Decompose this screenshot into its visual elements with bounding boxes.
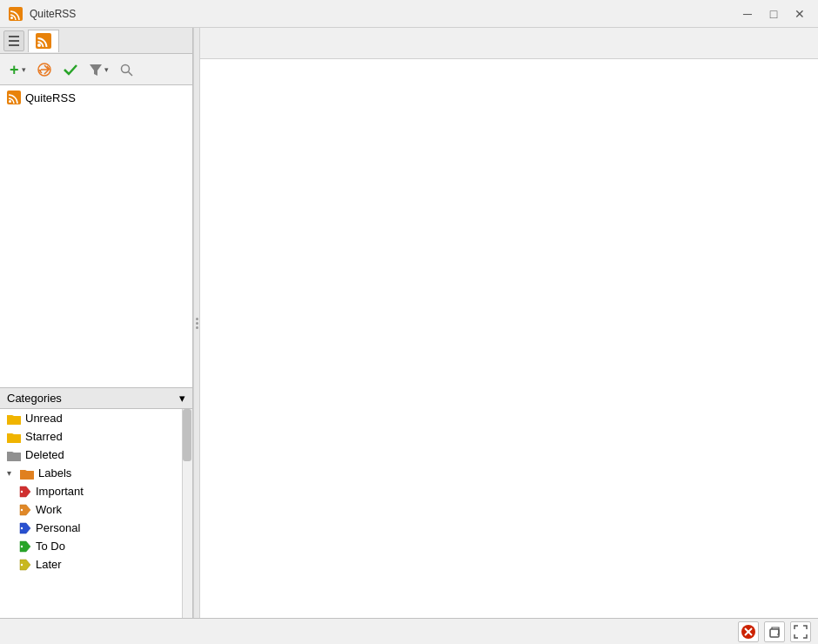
svg-point-17 — [21, 508, 23, 510]
update-icon — [37, 62, 52, 77]
fullscreen-icon — [794, 625, 808, 639]
folder-unread-icon — [7, 413, 21, 425]
resize-dots — [196, 318, 198, 329]
filter-button[interactable]: ▾ — [84, 58, 113, 81]
svg-rect-24 — [770, 629, 779, 637]
minimize-button[interactable]: ─ — [736, 3, 759, 25]
category-deleted[interactable]: Deleted — [0, 446, 192, 464]
categories-list: Unread Starred Deleted ▾ — [0, 409, 192, 618]
svg-rect-15 — [20, 471, 34, 480]
category-unread-label: Unread — [25, 412, 63, 425]
categories-collapse-icon: ▾ — [179, 392, 185, 405]
svg-point-11 — [9, 100, 11, 103]
restore-button[interactable] — [764, 621, 785, 642]
category-deleted-label: Deleted — [25, 448, 64, 461]
svg-point-8 — [121, 64, 129, 72]
add-dropdown-icon: ▾ — [22, 65, 26, 74]
content-main — [200, 59, 818, 618]
svg-point-18 — [21, 527, 23, 528]
update-feeds-button[interactable] — [32, 58, 57, 81]
close-button[interactable]: ✕ — [788, 3, 811, 25]
stop-icon — [741, 624, 756, 640]
folder-labels-icon — [20, 467, 34, 480]
scrollbar-track[interactable] — [182, 409, 192, 618]
svg-rect-12 — [7, 416, 21, 425]
category-todo-label: To Do — [36, 540, 65, 553]
maximize-button[interactable]: □ — [762, 3, 785, 25]
svg-point-19 — [21, 545, 23, 547]
category-starred[interactable]: Starred — [0, 427, 192, 446]
rss-tab-icon — [36, 33, 51, 49]
folder-starred-icon — [7, 431, 21, 443]
hamburger-button[interactable] — [3, 30, 24, 51]
checkmark-icon — [63, 62, 78, 77]
categories-label: Categories — [7, 392, 62, 405]
tab-bar — [0, 28, 192, 54]
left-panel: + ▾ — [0, 28, 193, 618]
restore-icon — [768, 625, 781, 639]
svg-marker-7 — [90, 64, 102, 76]
title-bar: QuiteRSS ─ □ ✕ — [0, 0, 818, 28]
fullscreen-button[interactable] — [790, 621, 811, 642]
search-button[interactable] — [115, 58, 137, 81]
svg-point-3 — [37, 44, 41, 47]
svg-point-20 — [21, 563, 23, 565]
tag-work-icon — [19, 504, 31, 516]
feed-item-quiterss[interactable]: QuiteRSS — [0, 89, 192, 106]
window-controls: ─ □ ✕ — [736, 3, 811, 25]
feeds-tab[interactable] — [28, 30, 59, 52]
feed-tree: QuiteRSS — [0, 85, 192, 387]
category-unread[interactable]: Unread — [0, 409, 192, 427]
svg-rect-13 — [7, 434, 21, 443]
add-icon: + — [10, 62, 19, 77]
resize-handle[interactable] — [193, 28, 200, 618]
folder-deleted-icon — [7, 449, 21, 461]
stop-button[interactable] — [738, 621, 759, 642]
scrollbar-thumb[interactable] — [183, 409, 191, 461]
svg-point-1 — [10, 17, 13, 19]
app-title: QuiteRSS — [30, 8, 76, 20]
app-icon — [9, 7, 23, 21]
category-starred-label: Starred — [25, 430, 63, 443]
tag-important-icon — [19, 486, 31, 498]
category-todo[interactable]: To Do — [0, 537, 192, 555]
category-important-label: Important — [36, 485, 84, 498]
feed-item-label: QuiteRSS — [25, 91, 76, 104]
content-toolbar — [200, 28, 818, 59]
filter-icon — [89, 63, 103, 77]
tag-later-icon — [19, 559, 31, 571]
category-personal-label: Personal — [36, 521, 80, 534]
labels-toggle-icon: ▾ — [7, 468, 16, 478]
feed-rss-icon — [7, 91, 21, 104]
category-personal[interactable]: Personal — [0, 519, 192, 537]
main-area: + ▾ — [0, 28, 818, 618]
category-later[interactable]: Later — [0, 555, 192, 574]
tag-personal-icon — [19, 522, 31, 534]
category-labels[interactable]: ▾ Labels — [0, 464, 192, 482]
categories-header[interactable]: Categories ▾ — [0, 387, 192, 409]
svg-rect-14 — [7, 453, 21, 461]
svg-line-9 — [128, 71, 132, 76]
category-work-label: Work — [36, 503, 62, 516]
category-labels-label: Labels — [38, 466, 71, 480]
status-bar — [0, 618, 818, 644]
title-bar-left: QuiteRSS — [9, 7, 76, 21]
content-area — [200, 28, 818, 618]
category-later-label: Later — [36, 558, 62, 571]
feeds-toolbar: + ▾ — [0, 54, 192, 85]
category-work[interactable]: Work — [0, 500, 192, 519]
category-important[interactable]: Important — [0, 482, 192, 500]
mark-read-button[interactable] — [58, 58, 83, 81]
search-icon — [119, 63, 133, 77]
add-feed-button[interactable]: + ▾ — [5, 58, 30, 81]
svg-point-16 — [21, 490, 23, 492]
filter-dropdown-icon: ▾ — [104, 65, 109, 74]
tag-todo-icon — [19, 540, 31, 553]
